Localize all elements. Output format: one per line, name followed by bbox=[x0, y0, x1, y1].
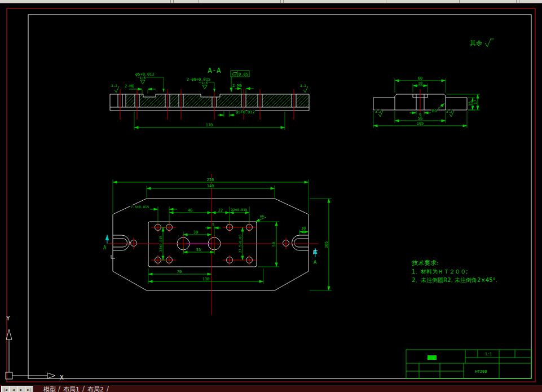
dim-105-plan: 105 bbox=[324, 241, 329, 249]
flatness-value: 0.05 bbox=[239, 72, 248, 77]
dim-56: 56 bbox=[418, 116, 422, 121]
drawing-limits-frame bbox=[7, 8, 535, 382]
tab-nav-last-button[interactable]: ►| bbox=[25, 386, 33, 392]
layout-tab-bar: |◄ ◄ ► ►| 模型 / 布局1 / 布局2 / bbox=[0, 385, 542, 392]
dim-60: 60 bbox=[418, 76, 422, 81]
tab-separator: / bbox=[82, 385, 85, 392]
dim-17: 17 bbox=[473, 100, 478, 104]
right-slot-inner bbox=[294, 239, 309, 247]
dim-130: 130 bbox=[202, 277, 210, 281]
tab-nav-prev-icon: ◄ bbox=[12, 387, 15, 391]
tab-nav-first-button[interactable]: |◄ bbox=[1, 386, 10, 392]
dim-2m6-right: 2-M6 bbox=[232, 83, 242, 88]
dim-pair-left: 7.5±0.015 bbox=[131, 205, 149, 209]
title-block-scale: 1:1 bbox=[485, 352, 492, 356]
dim-2m6-left: 2-M6 bbox=[125, 84, 134, 89]
dim-35: 35 bbox=[196, 248, 201, 252]
roughness-3_2-right: 3.2 bbox=[300, 83, 308, 93]
cad-window: A-A 0.05 φ5+0.012 1.6 2-M6 3.2 2-φ bbox=[0, 0, 542, 392]
general-roughness-note: 其余 bbox=[470, 39, 482, 47]
svg-text:3.2: 3.2 bbox=[300, 83, 306, 87]
dim-105-side: 105 bbox=[417, 121, 424, 126]
plan-outline bbox=[113, 199, 309, 290]
tab-separator: / bbox=[107, 385, 109, 392]
plan-centerlines bbox=[108, 174, 319, 315]
dim-46: 46 bbox=[188, 208, 192, 213]
tab-nav-next-button[interactable]: ► bbox=[17, 386, 25, 392]
roughness-1_6-mid: 1.6 bbox=[202, 81, 208, 89]
section-view-aa: A-A 0.05 φ5+0.012 1.6 2-M6 3.2 2-φ bbox=[110, 66, 309, 130]
dim-220: 220 bbox=[207, 178, 214, 182]
tech-req-item1: 1、材料为ＨＴ２００; bbox=[412, 268, 468, 275]
svg-text:3.2: 3.2 bbox=[111, 83, 117, 87]
svg-text:1.6: 1.6 bbox=[140, 76, 146, 80]
tab-nav-prev-button[interactable]: ◄ bbox=[9, 386, 17, 392]
tab-nav-last-icon: ►| bbox=[27, 387, 31, 391]
dim-vertical-right: 27.5±0.05 bbox=[238, 234, 242, 253]
dim-50: 50 bbox=[272, 242, 276, 246]
dim-pair-right: 32±0.015 bbox=[231, 208, 248, 212]
ucs-icon: Y X bbox=[6, 315, 64, 381]
roughness-3_2-side-right: 3.2 bbox=[446, 109, 454, 117]
svg-text:1.6: 1.6 bbox=[202, 81, 208, 85]
tab-layout1[interactable]: 布局1 bbox=[63, 385, 80, 392]
title-block-name-placeholder bbox=[428, 355, 437, 360]
svg-text:3.2: 3.2 bbox=[446, 109, 452, 113]
ucs-x-label: X bbox=[60, 374, 64, 381]
dim-5: 5 bbox=[212, 223, 214, 227]
roughness-3_2-left: 3.2 bbox=[111, 83, 119, 93]
tab-layout2[interactable]: 布局2 bbox=[87, 385, 104, 392]
roughness-3_2-side-left: 3.2 bbox=[375, 109, 383, 117]
dim-30: 30 bbox=[193, 230, 198, 235]
general-roughness-icon bbox=[485, 39, 494, 47]
dim-vertical-left: 32±0.015 bbox=[158, 235, 162, 252]
tab-nav-next-icon: ► bbox=[20, 387, 23, 391]
drawing-canvas[interactable]: A-A 0.05 φ5+0.012 1.6 2-M6 3.2 2-φ bbox=[0, 0, 542, 392]
tab-separator: / bbox=[58, 385, 60, 392]
left-slot-inner bbox=[113, 239, 127, 247]
dim-170: 170 bbox=[206, 123, 213, 127]
dim-18: 18 bbox=[418, 81, 422, 86]
flatness-icon bbox=[232, 73, 237, 76]
dim-10: 10 bbox=[301, 226, 306, 231]
dim-15: 15 bbox=[468, 102, 473, 106]
tech-requirements: 技术要求: 1、材料为ＨＴ２００; 2、未注倒圆R2, 未注倒角2×45°. bbox=[412, 259, 497, 283]
roughness-1_6-left: 1.6 bbox=[140, 76, 146, 84]
dim-70: 70 bbox=[177, 270, 182, 274]
svg-text:3.2: 3.2 bbox=[375, 109, 381, 113]
section-mark-a-right: A bbox=[314, 259, 317, 265]
tab-nav-first-icon: |◄ bbox=[3, 387, 7, 391]
dim-phi5-bottom: φ5+0.012 bbox=[236, 110, 255, 114]
title-block: 1:1 HT200 bbox=[406, 350, 531, 378]
paper-border bbox=[28, 15, 531, 378]
dim-22: 22 bbox=[218, 208, 223, 213]
tab-model[interactable]: 模型 bbox=[43, 385, 56, 392]
side-view: 60 18 9 56 105 15 17 R9 3.2 bbox=[373, 76, 480, 128]
dim-r9: R9 bbox=[432, 109, 437, 113]
section-mark-a-left: A bbox=[103, 245, 107, 250]
tech-req-title: 技术要求: bbox=[412, 259, 439, 267]
plan-view: A A 220 140 7.5±0.015 46 22 32±0.015 bbox=[103, 174, 332, 315]
title-block-material: HT200 bbox=[475, 369, 487, 374]
section-title: A-A bbox=[208, 66, 221, 74]
ucs-y-label: Y bbox=[6, 315, 10, 322]
dim-140: 140 bbox=[207, 184, 214, 188]
section-hatch bbox=[126, 95, 309, 107]
tech-req-item2: 2、未注倒圆R2, 未注倒角2×45°. bbox=[412, 277, 497, 283]
